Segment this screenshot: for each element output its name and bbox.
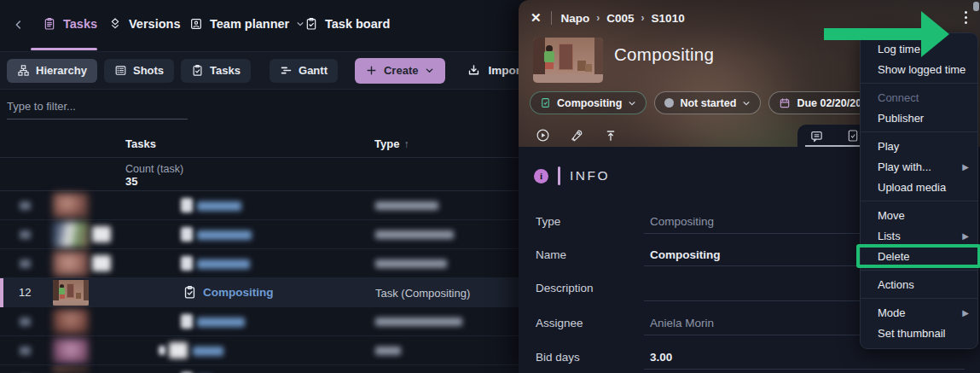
row-number-redacted bbox=[20, 230, 31, 239]
person-badge-icon bbox=[189, 17, 203, 31]
panel-title: Compositing bbox=[614, 44, 714, 65]
menu-item-play-with-[interactable]: Play with...▶ bbox=[861, 156, 977, 177]
comments-icon[interactable] bbox=[809, 129, 824, 143]
header-divider bbox=[0, 157, 519, 158]
breadcrumb-item[interactable]: C005 bbox=[606, 12, 634, 25]
menu-item-label: Show logged time bbox=[878, 63, 966, 76]
menu-item-set-thumbnail[interactable]: Set thumbnail bbox=[861, 323, 977, 343]
submenu-arrow-icon: ▶ bbox=[962, 162, 969, 172]
task-link-redacted bbox=[197, 318, 245, 327]
breadcrumb: Napo›C005›S1010 bbox=[561, 12, 685, 25]
gantt-icon bbox=[280, 64, 293, 77]
tab-tasks[interactable]: Tasks bbox=[43, 17, 97, 31]
row-number: 12 bbox=[19, 286, 31, 299]
field-value-assignee[interactable]: Aniela Morin bbox=[650, 317, 714, 329]
menu-divider bbox=[861, 201, 977, 201]
task-link-redacted bbox=[193, 347, 223, 356]
selected-row-indicator bbox=[0, 278, 3, 307]
field-value-type[interactable]: Compositing bbox=[650, 215, 714, 228]
view-button-shots[interactable]: Shots bbox=[104, 59, 174, 83]
shot-thumbnail[interactable] bbox=[533, 38, 603, 83]
menu-divider bbox=[861, 131, 977, 132]
menu-item-play[interactable]: Play bbox=[861, 136, 977, 156]
scrollbar-thumb[interactable] bbox=[973, 2, 979, 11]
menu-item-connect: Connect bbox=[861, 87, 977, 108]
task-type-redacted bbox=[375, 230, 454, 239]
field-label-bid-days: Bid days bbox=[536, 351, 580, 364]
chip-compositing[interactable]: Compositing bbox=[530, 91, 647, 114]
board-check-icon bbox=[304, 17, 318, 31]
tab-team-planner[interactable]: Team planner bbox=[189, 17, 304, 31]
menu-item-upload-media[interactable]: Upload media bbox=[861, 177, 977, 197]
table-row-redacted[interactable] bbox=[0, 220, 519, 249]
table-row-redacted[interactable] bbox=[0, 191, 519, 220]
view-button-label: Hierarchy bbox=[36, 64, 87, 77]
menu-item-log-time[interactable]: Log time bbox=[861, 38, 977, 59]
menu-item-delete[interactable]: Delete bbox=[861, 246, 977, 266]
context-menu: Log timeShow logged timeConnectPublisher… bbox=[860, 32, 978, 349]
tab-task-board[interactable]: Task board bbox=[304, 17, 390, 31]
calendar-icon bbox=[779, 97, 791, 109]
row-number-redacted bbox=[20, 201, 31, 210]
clipboard-icon bbox=[43, 17, 56, 31]
table-row-redacted[interactable] bbox=[0, 336, 519, 365]
back-button[interactable] bbox=[12, 18, 26, 32]
menu-item-mode[interactable]: Mode▶ bbox=[861, 302, 977, 323]
view-button-label: Gantt bbox=[299, 64, 328, 77]
column-header-type[interactable]: Type ↑ bbox=[374, 137, 409, 150]
view-button-tasks[interactable]: Tasks bbox=[181, 59, 251, 83]
field-value-name[interactable]: Compositing bbox=[650, 248, 721, 261]
menu-divider bbox=[861, 83, 977, 84]
upload-icon[interactable] bbox=[604, 128, 618, 143]
chip-label: Not started bbox=[680, 97, 736, 109]
filter-input[interactable] bbox=[7, 100, 188, 119]
panel-action-icons bbox=[536, 128, 618, 143]
menu-item-label: Move bbox=[878, 209, 905, 222]
rocket-icon[interactable] bbox=[570, 128, 584, 143]
annotation-highlight-box bbox=[856, 244, 980, 268]
menu-item-label: Log time bbox=[878, 43, 920, 55]
tab-label: Team planner bbox=[210, 17, 289, 31]
menu-item-lists[interactable]: Lists▶ bbox=[861, 225, 977, 246]
info-icon: i bbox=[534, 169, 548, 184]
task-type-redacted bbox=[375, 259, 447, 268]
field-label-assignee: Assignee bbox=[536, 317, 583, 329]
play-circle-icon[interactable] bbox=[536, 128, 550, 143]
task-check-icon bbox=[191, 64, 204, 77]
column-header-tasks[interactable]: Tasks bbox=[125, 137, 156, 150]
menu-item-publisher[interactable]: Publisher bbox=[861, 108, 977, 128]
menu-item-show-logged-time[interactable]: Show logged time bbox=[861, 59, 977, 79]
kebab-menu-icon[interactable] bbox=[965, 11, 967, 24]
menu-item-actions[interactable]: Actions bbox=[861, 274, 977, 294]
task-link[interactable]: Compositing bbox=[203, 286, 274, 299]
table-row-redacted[interactable] bbox=[0, 307, 519, 336]
view-button-hierarchy[interactable]: Hierarchy bbox=[7, 59, 97, 83]
table-row-redacted[interactable] bbox=[0, 249, 519, 278]
tab-label: Versions bbox=[129, 17, 180, 31]
submenu-arrow-icon: ▶ bbox=[962, 231, 969, 241]
menu-item-label: Set thumbnail bbox=[878, 327, 946, 340]
task-icon-redacted bbox=[181, 198, 193, 213]
breadcrumb-item[interactable]: Napo bbox=[561, 12, 590, 25]
chip-not-started[interactable]: Not started bbox=[654, 91, 761, 114]
task-table-body: 12CompositingTask (Compositing) bbox=[0, 191, 519, 373]
view-button-gantt[interactable]: Gantt bbox=[270, 59, 338, 83]
versions-icon bbox=[108, 17, 122, 31]
menu-divider bbox=[861, 270, 977, 271]
breadcrumb-item[interactable]: S1010 bbox=[652, 12, 685, 25]
create-button[interactable]: Create bbox=[355, 58, 445, 84]
field-value-bid-days[interactable]: 3.00 bbox=[650, 351, 672, 364]
menu-item-label: Publisher bbox=[878, 112, 924, 125]
field-label-type: Type bbox=[536, 215, 560, 228]
table-row-redacted[interactable] bbox=[0, 365, 519, 373]
menu-item-move[interactable]: Move bbox=[861, 205, 977, 225]
plus-icon bbox=[366, 65, 377, 76]
info-section-title: INFO bbox=[570, 168, 610, 184]
tab-versions[interactable]: Versions bbox=[108, 17, 180, 31]
task-check-icon bbox=[183, 285, 197, 300]
active-panel-tab-underline bbox=[805, 145, 863, 147]
chevron-down-icon bbox=[296, 20, 304, 28]
close-icon[interactable]: ✕ bbox=[531, 10, 542, 26]
table-row-compositing[interactable]: 12CompositingTask (Compositing) bbox=[0, 278, 519, 307]
notes-icon[interactable] bbox=[846, 129, 860, 143]
